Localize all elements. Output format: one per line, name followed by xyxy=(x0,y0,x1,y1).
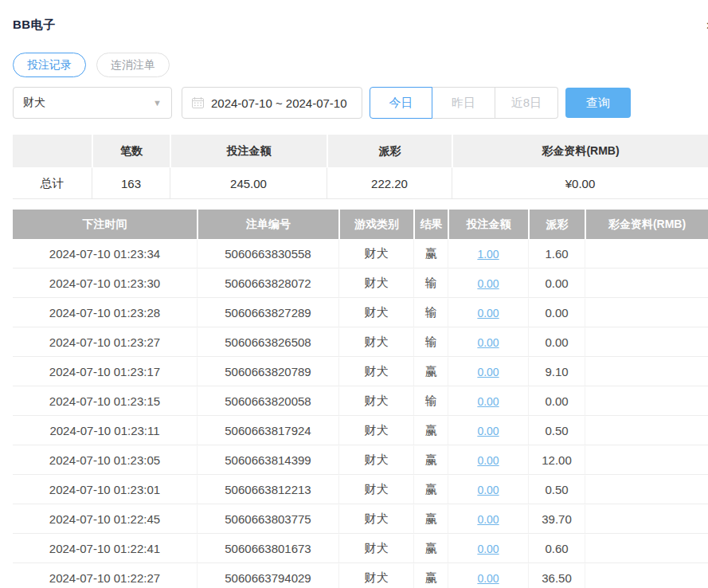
quick-date-buttons: 今日 昨日 近8日 xyxy=(370,87,558,119)
cell-bet-amount: 0.00 xyxy=(448,563,528,588)
cell-bet-amount: 0.00 xyxy=(448,357,528,386)
bet-amount-link[interactable]: 0.00 xyxy=(477,543,499,555)
tab-bet-records[interactable]: 投注记录 xyxy=(13,53,86,77)
summary-total-bet-amount: 245.00 xyxy=(170,167,327,199)
bet-amount-link[interactable]: 0.00 xyxy=(477,395,499,408)
col-header-result: 结果 xyxy=(413,210,448,239)
cell-bonus xyxy=(585,475,708,504)
col-header-bet-time: 下注时间 xyxy=(13,210,197,239)
yesterday-button[interactable]: 昨日 xyxy=(432,87,495,119)
bet-amount-link[interactable]: 0.00 xyxy=(477,454,499,467)
cell-bonus xyxy=(585,269,708,298)
cell-payout: 0.50 xyxy=(528,475,585,504)
cell-bonus xyxy=(585,239,708,269)
bet-amount-link[interactable]: 1.00 xyxy=(477,248,499,261)
cell-bet-amount: 0.00 xyxy=(448,327,528,357)
table-row: 2024-07-10 01:23:30 5060663828072 财犬 输 0… xyxy=(13,269,708,298)
cell-bonus xyxy=(585,563,708,588)
cell-result: 输 xyxy=(413,386,448,416)
summary-table: 笔数 投注金额 派彩 彩金资料(RMB) 总计 163 245.00 222.2… xyxy=(13,135,708,199)
cell-bet-time: 2024-07-10 01:23:17 xyxy=(13,357,197,386)
table-row: 2024-07-10 01:23:17 5060663820789 财犬 赢 0… xyxy=(13,357,708,386)
cell-order-no: 5060663812213 xyxy=(197,475,338,504)
col-header-bet-amount: 投注金额 xyxy=(448,210,528,239)
cell-game-type: 财犬 xyxy=(338,239,413,269)
cell-bet-amount: 0.00 xyxy=(448,475,528,504)
summary-header-blank xyxy=(13,135,92,167)
cell-payout: 0.00 xyxy=(528,298,585,327)
cell-order-no: 5060663814399 xyxy=(197,445,338,475)
tab-cancelled-orders[interactable]: 连消注单 xyxy=(96,53,170,77)
cell-bonus xyxy=(585,386,708,416)
bet-amount-link[interactable]: 0.00 xyxy=(477,336,499,349)
table-row: 2024-07-10 01:23:28 5060663827289 财犬 输 0… xyxy=(13,298,708,327)
cell-game-type: 财犬 xyxy=(338,504,413,534)
game-select[interactable]: 财犬 ▼ xyxy=(13,87,172,119)
cell-bet-time: 2024-07-10 01:23:34 xyxy=(13,239,197,269)
cell-bonus xyxy=(585,504,708,534)
cell-bonus xyxy=(585,534,708,563)
cell-order-no: 5060663826508 xyxy=(197,327,338,357)
query-button[interactable]: 查询 xyxy=(565,88,631,118)
cell-bet-amount: 1.00 xyxy=(448,239,528,269)
tabs: 投注记录 连消注单 xyxy=(13,53,708,77)
cell-result: 输 xyxy=(413,327,448,357)
date-range-picker[interactable]: 2024-07-10 ~ 2024-07-10 xyxy=(182,87,362,119)
bet-amount-link[interactable]: 0.00 xyxy=(477,572,499,585)
cell-bet-amount: 0.00 xyxy=(448,298,528,327)
table-row: 2024-07-10 01:22:41 5060663801673 财犬 赢 0… xyxy=(13,534,708,563)
cell-payout: 1.60 xyxy=(528,239,585,269)
bet-amount-link[interactable]: 0.00 xyxy=(477,425,499,437)
summary-total-label: 总计 xyxy=(13,167,92,199)
cell-game-type: 财犬 xyxy=(338,269,413,298)
col-header-order-no: 注单编号 xyxy=(197,210,338,239)
cell-bet-time: 2024-07-10 01:22:27 xyxy=(13,563,197,588)
cell-bet-time: 2024-07-10 01:23:11 xyxy=(13,416,197,445)
cell-order-no: 5060663827289 xyxy=(197,298,338,327)
table-row: 2024-07-10 01:23:05 5060663814399 财犬 赢 0… xyxy=(13,445,708,475)
bet-amount-link[interactable]: 0.00 xyxy=(477,366,499,378)
cell-payout: 0.60 xyxy=(528,534,585,563)
cell-payout: 0.00 xyxy=(528,269,585,298)
cell-game-type: 财犬 xyxy=(338,534,413,563)
table-row: 2024-07-10 01:23:34 5060663830558 财犬 赢 1… xyxy=(13,239,708,269)
cell-order-no: 5060663817924 xyxy=(197,416,338,445)
cell-bet-time: 2024-07-10 01:23:28 xyxy=(13,298,197,327)
cell-bonus xyxy=(585,327,708,357)
cell-game-type: 财犬 xyxy=(338,475,413,504)
summary-total-row: 总计 163 245.00 222.20 ¥0.00 xyxy=(13,167,708,199)
bet-table: 下注时间 注单编号 游戏类别 结果 投注金额 派彩 彩金资料(RMB) 2024… xyxy=(13,210,708,588)
cell-payout: 9.10 xyxy=(528,357,585,386)
last-8-days-button[interactable]: 近8日 xyxy=(495,87,558,119)
cell-payout: 36.50 xyxy=(528,563,585,588)
cell-payout: 0.00 xyxy=(528,386,585,416)
cell-result: 输 xyxy=(413,298,448,327)
cell-game-type: 财犬 xyxy=(338,445,413,475)
cell-game-type: 财犬 xyxy=(338,298,413,327)
cell-payout: 0.50 xyxy=(528,416,585,445)
today-button[interactable]: 今日 xyxy=(370,87,432,119)
summary-header-bet-amount: 投注金额 xyxy=(170,135,327,167)
col-header-game-type: 游戏类别 xyxy=(338,210,413,239)
cell-result: 赢 xyxy=(413,357,448,386)
bet-amount-link[interactable]: 0.00 xyxy=(477,307,499,319)
bet-amount-link[interactable]: 0.00 xyxy=(477,277,499,290)
col-header-payout: 派彩 xyxy=(528,210,585,239)
cell-result: 赢 xyxy=(413,475,448,504)
cell-result: 赢 xyxy=(413,504,448,534)
cell-bet-time: 2024-07-10 01:23:15 xyxy=(13,386,197,416)
bet-table-header-row: 下注时间 注单编号 游戏类别 结果 投注金额 派彩 彩金资料(RMB) xyxy=(13,210,708,239)
cell-bet-amount: 0.00 xyxy=(448,534,528,563)
bet-amount-link[interactable]: 0.00 xyxy=(477,513,499,526)
cell-order-no: 5060663828072 xyxy=(197,269,338,298)
cell-order-no: 5060663803775 xyxy=(197,504,338,534)
date-range-value: 2024-07-10 ~ 2024-07-10 xyxy=(211,96,347,110)
cell-order-no: 5060663820789 xyxy=(197,357,338,386)
cell-payout: 39.70 xyxy=(528,504,585,534)
cell-bonus xyxy=(585,357,708,386)
cell-bet-time: 2024-07-10 01:23:27 xyxy=(13,327,197,357)
cell-game-type: 财犬 xyxy=(338,416,413,445)
cell-bet-time: 2024-07-10 01:23:01 xyxy=(13,475,197,504)
bet-amount-link[interactable]: 0.00 xyxy=(477,484,499,496)
cell-result: 赢 xyxy=(413,534,448,563)
